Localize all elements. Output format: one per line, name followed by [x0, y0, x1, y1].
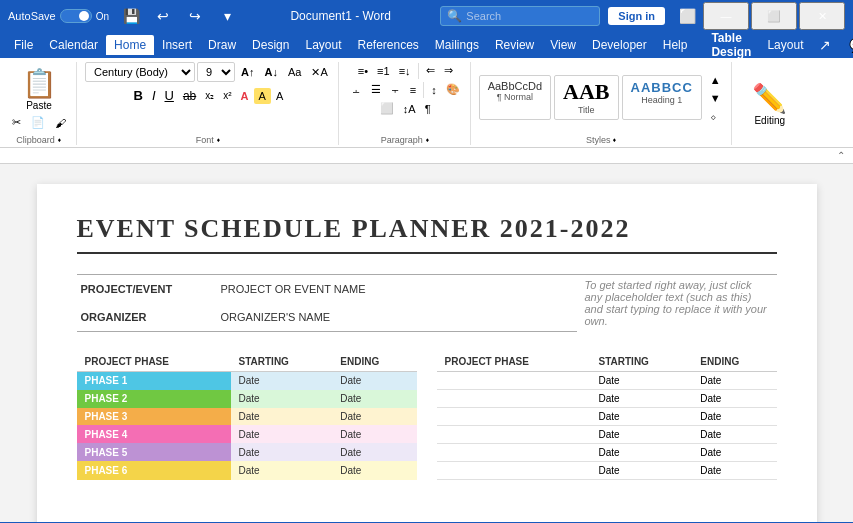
align-center-button[interactable]: ☰ [367, 81, 385, 98]
customize-icon[interactable]: ▾ [213, 2, 241, 30]
redo-icon[interactable]: ↪ [181, 2, 209, 30]
phase-3-cell[interactable]: PHASE 3 [77, 408, 231, 426]
format-painter-button[interactable]: 🖌 [51, 114, 70, 131]
clear-format-button[interactable]: ✕A [307, 64, 331, 81]
phase-2-start[interactable]: Date [231, 390, 333, 408]
menu-design[interactable]: Design [244, 35, 297, 55]
phase-5-start[interactable]: Date [231, 443, 333, 461]
font-family-select[interactable]: Century (Body) [85, 62, 195, 82]
organizer-value[interactable]: ORGANIZER'S NAME [217, 303, 577, 331]
signin-button[interactable]: Sign in [608, 7, 665, 25]
font-color-button[interactable]: A [237, 88, 253, 104]
phase-6-start[interactable]: Date [231, 461, 333, 479]
phase-2-end[interactable]: Date [332, 390, 416, 408]
styles-scroll-down[interactable]: ▼ [706, 90, 725, 106]
project-value[interactable]: PROJECT OR EVENT NAME [217, 275, 577, 303]
right-start-5[interactable]: Date [591, 443, 693, 461]
right-phase-empty-2[interactable] [437, 389, 591, 407]
menu-file[interactable]: File [6, 35, 41, 55]
font-size-select[interactable]: 9 [197, 62, 235, 82]
phase-1-end[interactable]: Date [332, 371, 416, 390]
bold-button[interactable]: B [129, 86, 146, 105]
right-end-4[interactable]: Date [692, 425, 776, 443]
right-phase-empty-1[interactable] [437, 371, 591, 389]
increase-font-button[interactable]: A↑ [237, 64, 258, 80]
menu-developer[interactable]: Developer [584, 35, 655, 55]
menu-review[interactable]: Review [487, 35, 542, 55]
search-box[interactable]: 🔍 [440, 6, 600, 26]
strikethrough-button[interactable]: ab [179, 87, 200, 105]
phase-4-start[interactable]: Date [231, 425, 333, 443]
sort-button[interactable]: ↕A [399, 101, 420, 117]
style-heading1[interactable]: AABBCC Heading 1 [622, 75, 702, 119]
menu-mailings[interactable]: Mailings [427, 35, 487, 55]
right-end-1[interactable]: Date [692, 371, 776, 389]
undo-icon[interactable]: ↩ [149, 2, 177, 30]
styles-expand[interactable]: ⬦ [706, 108, 725, 124]
cut-button[interactable]: ✂ [8, 114, 25, 131]
menu-insert[interactable]: Insert [154, 35, 200, 55]
phase-1-cell[interactable]: PHASE 1 [77, 371, 231, 390]
numbering-button[interactable]: ≡1 [373, 63, 394, 79]
right-start-1[interactable]: Date [591, 371, 693, 389]
shading-para-button[interactable]: 🎨 [442, 81, 464, 98]
multilevel-button[interactable]: ≡↓ [395, 63, 415, 79]
phase-4-end[interactable]: Date [332, 425, 416, 443]
font-expand-icon[interactable]: ⬧ [216, 135, 221, 144]
menu-references[interactable]: References [349, 35, 426, 55]
style-title[interactable]: AAB Title [554, 75, 618, 119]
right-phase-empty-5[interactable] [437, 443, 591, 461]
save-icon[interactable]: 💾 [117, 2, 145, 30]
shading-button[interactable]: A [272, 88, 287, 104]
phase-2-cell[interactable]: PHASE 2 [77, 390, 231, 408]
phase-6-end[interactable]: Date [332, 461, 416, 479]
right-start-4[interactable]: Date [591, 425, 693, 443]
right-start-6[interactable]: Date [591, 461, 693, 479]
clipboard-expand-icon[interactable]: ⬧ [57, 135, 62, 144]
styles-scroll-up[interactable]: ▲ [706, 72, 725, 88]
italic-button[interactable]: I [148, 86, 160, 105]
menu-draw[interactable]: Draw [200, 35, 244, 55]
phase-5-end[interactable]: Date [332, 443, 416, 461]
phase-5-cell[interactable]: PHASE 5 [77, 443, 231, 461]
right-end-2[interactable]: Date [692, 389, 776, 407]
search-input[interactable] [466, 10, 586, 22]
maximize-button[interactable]: ⬜ [751, 2, 797, 30]
decrease-font-button[interactable]: A↓ [260, 64, 281, 80]
bullets-button[interactable]: ≡• [354, 63, 372, 79]
menu-view[interactable]: View [542, 35, 584, 55]
menu-calendar[interactable]: Calendar [41, 35, 106, 55]
editing-button[interactable]: ✏️ Editing [740, 78, 800, 130]
align-right-button[interactable]: ⫟ [386, 82, 405, 98]
paragraph-expand-icon[interactable]: ⬧ [425, 135, 430, 144]
underline-button[interactable]: U [161, 86, 178, 105]
close-button[interactable]: ✕ [799, 2, 845, 30]
right-phase-empty-4[interactable] [437, 425, 591, 443]
right-start-2[interactable]: Date [591, 389, 693, 407]
right-end-5[interactable]: Date [692, 443, 776, 461]
justify-button[interactable]: ≡ [406, 82, 420, 98]
superscript-button[interactable]: x² [219, 88, 235, 103]
phase-3-end[interactable]: Date [332, 408, 416, 426]
menu-home[interactable]: Home [106, 35, 154, 55]
menu-layout-extra[interactable]: Layout [759, 35, 811, 55]
align-left-button[interactable]: ⫠ [347, 82, 366, 98]
decrease-indent-button[interactable]: ⇐ [422, 62, 439, 79]
right-end-6[interactable]: Date [692, 461, 776, 479]
phase-6-cell[interactable]: PHASE 6 [77, 461, 231, 479]
comment-icon[interactable]: 💬 [843, 31, 853, 59]
show-hide-button[interactable]: ¶ [421, 101, 435, 117]
minimize-button[interactable]: — [703, 2, 749, 30]
border-button[interactable]: ⬜ [376, 100, 398, 117]
subscript-button[interactable]: x₂ [201, 88, 218, 103]
ribbon-toggle-icon[interactable]: ⬜ [673, 2, 701, 30]
highlight-button[interactable]: A [254, 88, 271, 104]
phase-3-start[interactable]: Date [231, 408, 333, 426]
phase-4-cell[interactable]: PHASE 4 [77, 425, 231, 443]
styles-expand-icon[interactable]: ⬧ [612, 135, 617, 144]
collapse-ribbon-button[interactable]: ⌃ [837, 150, 845, 161]
right-phase-empty-3[interactable] [437, 407, 591, 425]
menu-layout[interactable]: Layout [297, 35, 349, 55]
right-start-3[interactable]: Date [591, 407, 693, 425]
change-case-button[interactable]: Aa [284, 64, 305, 80]
